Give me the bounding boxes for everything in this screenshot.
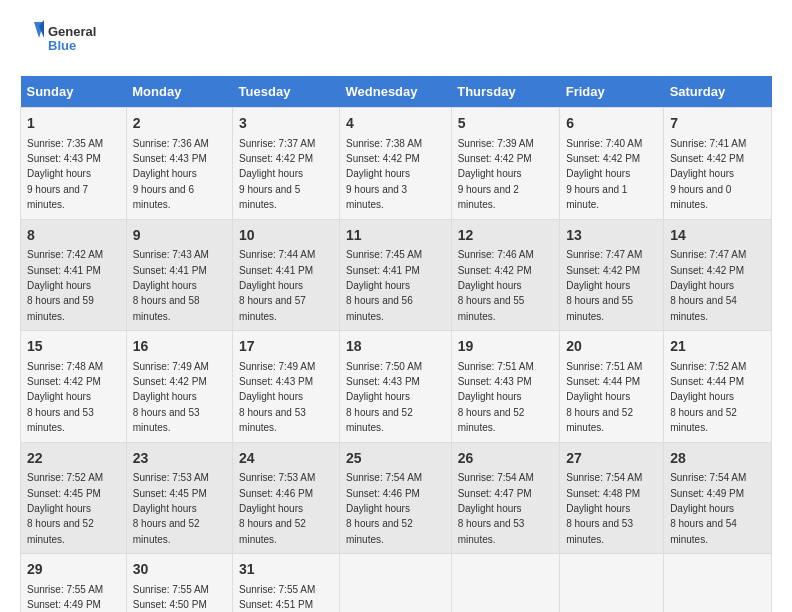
calendar-cell: 29Sunrise: 7:55 AMSunset: 4:49 PMDayligh…: [21, 554, 127, 612]
column-header-thursday: Thursday: [451, 76, 560, 108]
calendar-cell: 16Sunrise: 7:49 AMSunset: 4:42 PMDayligh…: [126, 331, 232, 443]
day-number: 12: [458, 226, 554, 246]
day-info: Sunrise: 7:39 AMSunset: 4:42 PMDaylight …: [458, 138, 534, 211]
day-info: Sunrise: 7:49 AMSunset: 4:43 PMDaylight …: [239, 361, 315, 434]
column-header-wednesday: Wednesday: [340, 76, 452, 108]
calendar-cell: 15Sunrise: 7:48 AMSunset: 4:42 PMDayligh…: [21, 331, 127, 443]
column-header-sunday: Sunday: [21, 76, 127, 108]
calendar-cell: 17Sunrise: 7:49 AMSunset: 4:43 PMDayligh…: [233, 331, 340, 443]
calendar-cell: 4Sunrise: 7:38 AMSunset: 4:42 PMDaylight…: [340, 108, 452, 220]
calendar-cell: 26Sunrise: 7:54 AMSunset: 4:47 PMDayligh…: [451, 442, 560, 554]
calendar-cell: 6Sunrise: 7:40 AMSunset: 4:42 PMDaylight…: [560, 108, 664, 220]
day-info: Sunrise: 7:52 AMSunset: 4:45 PMDaylight …: [27, 472, 103, 545]
day-info: Sunrise: 7:54 AMSunset: 4:48 PMDaylight …: [566, 472, 642, 545]
day-number: 10: [239, 226, 333, 246]
day-number: 29: [27, 560, 120, 580]
day-number: 13: [566, 226, 657, 246]
day-number: 27: [566, 449, 657, 469]
calendar-header-row: SundayMondayTuesdayWednesdayThursdayFrid…: [21, 76, 772, 108]
day-number: 4: [346, 114, 445, 134]
calendar-cell: 30Sunrise: 7:55 AMSunset: 4:50 PMDayligh…: [126, 554, 232, 612]
day-number: 25: [346, 449, 445, 469]
day-info: Sunrise: 7:53 AMSunset: 4:45 PMDaylight …: [133, 472, 209, 545]
calendar-cell: 23Sunrise: 7:53 AMSunset: 4:45 PMDayligh…: [126, 442, 232, 554]
calendar-week-3: 15Sunrise: 7:48 AMSunset: 4:42 PMDayligh…: [21, 331, 772, 443]
day-number: 14: [670, 226, 765, 246]
day-number: 6: [566, 114, 657, 134]
day-info: Sunrise: 7:51 AMSunset: 4:44 PMDaylight …: [566, 361, 642, 434]
day-number: 8: [27, 226, 120, 246]
day-info: Sunrise: 7:46 AMSunset: 4:42 PMDaylight …: [458, 249, 534, 322]
calendar-cell: [340, 554, 452, 612]
day-info: Sunrise: 7:42 AMSunset: 4:41 PMDaylight …: [27, 249, 103, 322]
calendar-cell: 7Sunrise: 7:41 AMSunset: 4:42 PMDaylight…: [664, 108, 772, 220]
logo: General Blue: [20, 20, 100, 60]
day-info: Sunrise: 7:48 AMSunset: 4:42 PMDaylight …: [27, 361, 103, 434]
calendar-week-2: 8Sunrise: 7:42 AMSunset: 4:41 PMDaylight…: [21, 219, 772, 331]
day-number: 18: [346, 337, 445, 357]
day-number: 23: [133, 449, 226, 469]
logo-svg: General Blue: [20, 20, 100, 60]
day-info: Sunrise: 7:40 AMSunset: 4:42 PMDaylight …: [566, 138, 642, 211]
day-info: Sunrise: 7:45 AMSunset: 4:41 PMDaylight …: [346, 249, 422, 322]
day-info: Sunrise: 7:47 AMSunset: 4:42 PMDaylight …: [566, 249, 642, 322]
calendar-cell: 3Sunrise: 7:37 AMSunset: 4:42 PMDaylight…: [233, 108, 340, 220]
calendar-cell: [451, 554, 560, 612]
calendar-cell: 9Sunrise: 7:43 AMSunset: 4:41 PMDaylight…: [126, 219, 232, 331]
day-number: 9: [133, 226, 226, 246]
day-number: 17: [239, 337, 333, 357]
day-info: Sunrise: 7:54 AMSunset: 4:49 PMDaylight …: [670, 472, 746, 545]
header: General Blue: [20, 20, 772, 60]
day-number: 7: [670, 114, 765, 134]
day-info: Sunrise: 7:55 AMSunset: 4:49 PMDaylight …: [27, 584, 103, 612]
day-info: Sunrise: 7:38 AMSunset: 4:42 PMDaylight …: [346, 138, 422, 211]
svg-text:General: General: [48, 24, 96, 39]
calendar-cell: 24Sunrise: 7:53 AMSunset: 4:46 PMDayligh…: [233, 442, 340, 554]
day-number: 1: [27, 114, 120, 134]
calendar-cell: 12Sunrise: 7:46 AMSunset: 4:42 PMDayligh…: [451, 219, 560, 331]
calendar-cell: 20Sunrise: 7:51 AMSunset: 4:44 PMDayligh…: [560, 331, 664, 443]
day-number: 30: [133, 560, 226, 580]
calendar-cell: 28Sunrise: 7:54 AMSunset: 4:49 PMDayligh…: [664, 442, 772, 554]
svg-text:Blue: Blue: [48, 38, 76, 53]
calendar-cell: 21Sunrise: 7:52 AMSunset: 4:44 PMDayligh…: [664, 331, 772, 443]
day-info: Sunrise: 7:47 AMSunset: 4:42 PMDaylight …: [670, 249, 746, 322]
day-number: 5: [458, 114, 554, 134]
day-info: Sunrise: 7:54 AMSunset: 4:46 PMDaylight …: [346, 472, 422, 545]
calendar-cell: 2Sunrise: 7:36 AMSunset: 4:43 PMDaylight…: [126, 108, 232, 220]
day-info: Sunrise: 7:54 AMSunset: 4:47 PMDaylight …: [458, 472, 534, 545]
day-number: 19: [458, 337, 554, 357]
column-header-friday: Friday: [560, 76, 664, 108]
calendar-cell: 19Sunrise: 7:51 AMSunset: 4:43 PMDayligh…: [451, 331, 560, 443]
calendar-cell: 22Sunrise: 7:52 AMSunset: 4:45 PMDayligh…: [21, 442, 127, 554]
day-number: 16: [133, 337, 226, 357]
day-number: 21: [670, 337, 765, 357]
day-info: Sunrise: 7:36 AMSunset: 4:43 PMDaylight …: [133, 138, 209, 211]
calendar-cell: 18Sunrise: 7:50 AMSunset: 4:43 PMDayligh…: [340, 331, 452, 443]
day-number: 2: [133, 114, 226, 134]
day-info: Sunrise: 7:50 AMSunset: 4:43 PMDaylight …: [346, 361, 422, 434]
day-info: Sunrise: 7:52 AMSunset: 4:44 PMDaylight …: [670, 361, 746, 434]
day-info: Sunrise: 7:49 AMSunset: 4:42 PMDaylight …: [133, 361, 209, 434]
calendar-cell: 10Sunrise: 7:44 AMSunset: 4:41 PMDayligh…: [233, 219, 340, 331]
day-number: 3: [239, 114, 333, 134]
column-header-monday: Monday: [126, 76, 232, 108]
column-header-saturday: Saturday: [664, 76, 772, 108]
calendar-week-5: 29Sunrise: 7:55 AMSunset: 4:49 PMDayligh…: [21, 554, 772, 612]
day-number: 24: [239, 449, 333, 469]
calendar-cell: 1Sunrise: 7:35 AMSunset: 4:43 PMDaylight…: [21, 108, 127, 220]
day-number: 31: [239, 560, 333, 580]
day-number: 15: [27, 337, 120, 357]
day-number: 11: [346, 226, 445, 246]
day-number: 28: [670, 449, 765, 469]
calendar-cell: 14Sunrise: 7:47 AMSunset: 4:42 PMDayligh…: [664, 219, 772, 331]
day-number: 20: [566, 337, 657, 357]
calendar-cell: 8Sunrise: 7:42 AMSunset: 4:41 PMDaylight…: [21, 219, 127, 331]
calendar-cell: 5Sunrise: 7:39 AMSunset: 4:42 PMDaylight…: [451, 108, 560, 220]
column-header-tuesday: Tuesday: [233, 76, 340, 108]
day-number: 26: [458, 449, 554, 469]
calendar-cell: [664, 554, 772, 612]
day-info: Sunrise: 7:35 AMSunset: 4:43 PMDaylight …: [27, 138, 103, 211]
calendar-cell: 25Sunrise: 7:54 AMSunset: 4:46 PMDayligh…: [340, 442, 452, 554]
day-info: Sunrise: 7:43 AMSunset: 4:41 PMDaylight …: [133, 249, 209, 322]
